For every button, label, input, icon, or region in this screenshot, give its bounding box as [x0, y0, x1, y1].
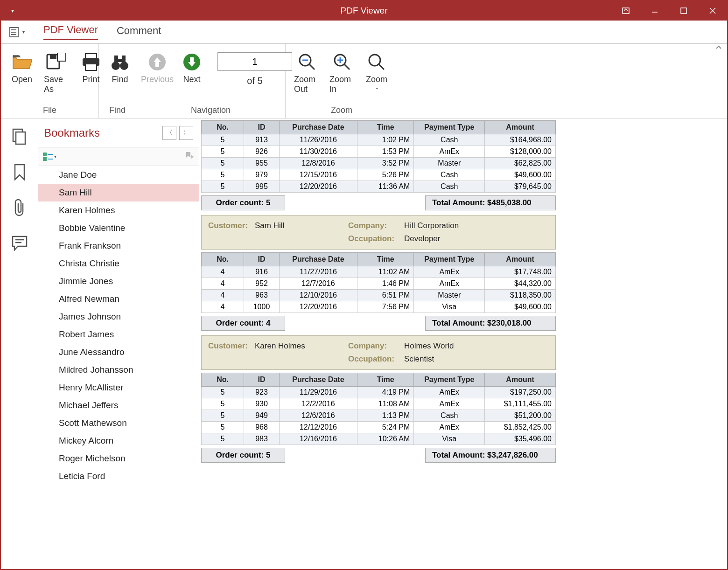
table-cell: $128,000.00	[485, 146, 556, 158]
table-cell: 12/10/2016	[279, 290, 357, 301]
table-cell: 1000	[244, 301, 280, 313]
bookmarks-list[interactable]: Jane DoeSam HillKaren HolmesBobbie Valen…	[38, 166, 199, 569]
app-menu-button[interactable]: ▾	[9, 27, 25, 37]
table-row: 496312/10/20166:51 PMMaster$118,350.00	[202, 290, 556, 301]
bookmark-item[interactable]: Mildred Johansson	[38, 361, 199, 379]
table-cell: $35,496.00	[485, 433, 556, 445]
table-cell: 11/30/2016	[279, 146, 357, 158]
table-cell: 4	[202, 290, 244, 301]
table-cell: 5:24 PM	[357, 422, 413, 433]
maximize-button[interactable]	[669, 1, 698, 21]
customer-field-value: Holmes World	[404, 341, 549, 351]
bookmarks-options-button[interactable]: ▾	[43, 153, 56, 161]
bookmark-item[interactable]: Roger Michelson	[38, 450, 199, 467]
summary-row: Order count: 5Total Amount: $3,247,826.0…	[201, 448, 556, 463]
table-cell: AmEx	[414, 398, 485, 410]
customer-info-box: Customer:Sam HillCompany:Hill Corporatio…	[201, 215, 556, 250]
print-icon	[82, 50, 100, 74]
customer-field-label: Customer:	[208, 221, 255, 230]
bookmarks-next-button[interactable]: 〉	[179, 126, 193, 140]
bookmark-item[interactable]: Jimmie Jones	[38, 272, 199, 290]
bookmark-item[interactable]: Christa Christie	[38, 255, 199, 272]
ribbon-group-file: Open Save As Print File	[1, 44, 99, 118]
table-cell: 12/20/2016	[279, 301, 357, 313]
table-cell: 5	[202, 398, 244, 410]
table-cell: 5	[202, 422, 244, 433]
save-as-button[interactable]: Save As	[39, 49, 74, 96]
ribbon-toggle-button[interactable]	[611, 1, 640, 21]
table-cell: 5	[202, 146, 244, 158]
column-header: Time	[357, 121, 413, 134]
ribbon-collapse-button[interactable]	[715, 44, 724, 53]
bookmark-item[interactable]: Alfred Newman	[38, 290, 199, 308]
bookmark-item[interactable]: Sam Hill	[38, 184, 199, 202]
column-header: No.	[202, 121, 244, 134]
bookmark-item[interactable]: Jane Doe	[38, 166, 199, 184]
table-cell: 930	[244, 398, 280, 410]
ribbon-group-navigation: Previous Next of 5 Navigation	[136, 44, 286, 118]
folder-open-icon	[12, 50, 32, 74]
document-scroll[interactable]: No.IDPurchase DateTimePayment TypeAmount…	[199, 118, 727, 569]
page-total-label: of 5	[247, 76, 262, 86]
table-cell: Master	[414, 158, 485, 169]
table-cell: 1:13 PM	[357, 410, 413, 422]
svg-rect-12	[85, 54, 97, 58]
column-header: Purchase Date	[279, 121, 357, 134]
summary-row: Order count: 5Total Amount: $485,038.00	[201, 195, 556, 210]
bookmark-item[interactable]: Mickey Alcorn	[38, 432, 199, 450]
thumbnails-panel-button[interactable]	[10, 127, 29, 146]
bookmark-item[interactable]: Karen Holmes	[38, 202, 199, 219]
table-cell: 6:51 PM	[357, 290, 413, 301]
page-number-input[interactable]	[217, 52, 292, 71]
column-header: Amount	[485, 373, 556, 387]
comments-panel-button[interactable]	[10, 233, 29, 253]
find-button[interactable]: Find	[103, 49, 137, 86]
bookmark-item[interactable]: Frank Frankson	[38, 237, 199, 255]
tab-pdf-viewer[interactable]: PDF Viewer	[43, 24, 98, 40]
bookmark-item[interactable]: Robert James	[38, 326, 199, 343]
tab-comment[interactable]: Comment	[117, 25, 161, 40]
table-cell: $1,111,455.00	[485, 398, 556, 410]
svg-rect-19	[117, 59, 123, 62]
attachments-panel-button[interactable]	[10, 198, 29, 217]
column-header: ID	[244, 373, 280, 387]
zoom-dropdown-button[interactable]: Zoom ⌄	[359, 49, 394, 92]
next-page-button[interactable]: Next	[175, 49, 209, 86]
bookmark-item[interactable]: Michael Jeffers	[38, 396, 199, 414]
spacer	[255, 234, 348, 243]
bookmark-item[interactable]: June Alessandro	[38, 343, 199, 361]
table-cell: Cash	[414, 181, 485, 193]
svg-point-29	[369, 55, 380, 66]
bookmark-item[interactable]: Bobbie Valentine	[38, 219, 199, 237]
titlebar: ▾ PDF Viewer	[1, 1, 727, 21]
bookmark-item[interactable]: James Johnson	[38, 308, 199, 326]
open-button[interactable]: Open	[5, 49, 39, 86]
table-cell: 916	[244, 266, 280, 278]
table-cell: 4	[202, 301, 244, 313]
customer-field-label: Occupation:	[348, 355, 404, 364]
minimize-button[interactable]	[640, 1, 669, 21]
zoom-in-button[interactable]: Zoom In	[325, 49, 359, 96]
bookmarks-goto-button[interactable]	[185, 151, 194, 162]
order-count-box: Order count: 5	[201, 195, 285, 210]
bookmarks-panel-button[interactable]	[10, 162, 29, 182]
bookmark-item[interactable]: Scott Mathewson	[38, 414, 199, 432]
table-cell: $49,600.00	[485, 301, 556, 313]
save-icon	[46, 50, 67, 74]
close-button[interactable]	[698, 1, 727, 21]
bookmarks-prev-button[interactable]: 〈	[162, 126, 176, 140]
bookmarks-header: Bookmarks 〈 〉	[38, 118, 199, 147]
column-header: Purchase Date	[279, 253, 357, 266]
table-row: 491611/27/201611:02 AMAmEx$17,748.00	[202, 266, 556, 278]
previous-page-button[interactable]: Previous	[140, 49, 175, 86]
bookmark-item[interactable]: Henry McAllister	[38, 379, 199, 396]
bookmark-item[interactable]: Leticia Ford	[38, 467, 199, 485]
document-content: No.IDPurchase DateTimePayment TypeAmount…	[201, 120, 556, 463]
zoom-out-button[interactable]: Zoom Out	[289, 49, 325, 96]
table-cell: 4:19 PM	[357, 387, 413, 398]
table-row: 594912/6/20161:13 PMCash$51,200.00	[202, 410, 556, 422]
table-cell: AmEx	[414, 278, 485, 290]
zoom-icon	[367, 50, 386, 74]
spacer	[208, 355, 255, 364]
quick-access-dropdown[interactable]: ▾	[1, 7, 24, 14]
